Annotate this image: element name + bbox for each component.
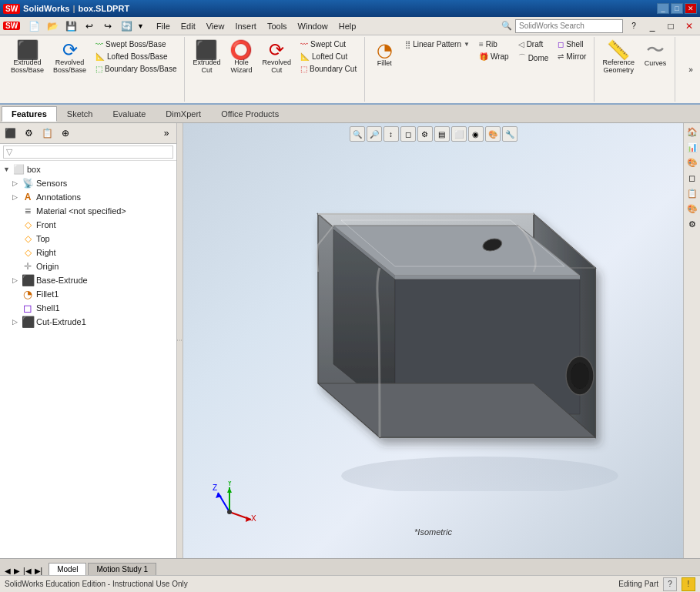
wrap-button[interactable]: 🎁 Wrap xyxy=(476,51,512,62)
close-button[interactable]: ✕ xyxy=(685,3,697,14)
rib-button[interactable]: ≡ Rib xyxy=(476,38,512,50)
lofted-boss-button[interactable]: 📐 Lofted Boss/Base xyxy=(92,51,179,62)
tree-item-cut-extrude1[interactable]: ▷ ⬛ Cut-Extrude1 xyxy=(0,315,176,329)
tree-item-top[interactable]: ◇ Top xyxy=(0,232,176,246)
menu-edit[interactable]: Edit xyxy=(176,20,200,32)
dome-button[interactable]: ⌒ Dome xyxy=(515,51,552,65)
minimize-button[interactable]: _ xyxy=(657,3,669,14)
tab-sketch[interactable]: Sketch xyxy=(57,106,103,121)
save-button[interactable]: 💾 xyxy=(63,18,79,34)
tree-item-origin[interactable]: ✛ Origin xyxy=(0,259,176,273)
feature-manager-panel: ⬛ ⚙ 📋 ⊕ » ▽ ▼ ⬜ box ▷ xyxy=(0,123,177,558)
shell-button[interactable]: ◻ Shell xyxy=(554,38,589,50)
swept-cut-button[interactable]: 〰 Swept Cut xyxy=(297,38,360,50)
zoom-in-btn[interactable]: 🔎 xyxy=(367,126,382,142)
standard-views-btn[interactable]: ◻ xyxy=(400,126,416,142)
panel-resize-handle[interactable]: ⋮ xyxy=(177,123,183,558)
configuration-manager-btn[interactable]: 📋 xyxy=(39,125,55,142)
extruded-cut-button[interactable]: ⬛ ExtrudedCut xyxy=(189,38,223,77)
search-input[interactable] xyxy=(515,19,623,33)
custom-props-btn[interactable]: 📋 xyxy=(685,186,699,200)
ribbon-col-feat2: ≡ Rib 🎁 Wrap xyxy=(476,38,512,62)
redo-button[interactable]: ↪ xyxy=(100,18,116,34)
revolved-boss-button[interactable]: ⟳ RevolvedBoss/Base xyxy=(50,38,89,77)
tree-label-top: Top xyxy=(36,234,50,243)
tree-item-sensors[interactable]: ▷ 📡 Sensors xyxy=(0,176,176,190)
maximize-button[interactable]: □ xyxy=(671,3,683,14)
dim-xpert-manager-btn[interactable]: ⊕ xyxy=(57,125,74,142)
help-button[interactable]: ? xyxy=(626,18,641,34)
boundary-boss-button[interactable]: ⬚ Boundary Boss/Base xyxy=(92,63,179,75)
property-manager-btn[interactable]: ⚙ xyxy=(20,125,37,142)
menu-file[interactable]: File xyxy=(152,20,175,32)
nav-right-btn[interactable]: ▶ xyxy=(12,567,22,575)
window-close[interactable]: ✕ xyxy=(682,18,697,34)
model-tab[interactable]: Model xyxy=(49,563,86,575)
settings-btn[interactable]: ⚙ xyxy=(685,217,699,231)
rotate-btn[interactable]: ↕ xyxy=(383,126,399,142)
view-palette-btn[interactable]: 🏠 xyxy=(685,125,699,139)
menu-tools[interactable]: Tools xyxy=(263,20,292,32)
swept-boss-button[interactable]: 〰 Swept Boss/Base xyxy=(92,38,179,50)
linear-pattern-button[interactable]: ⣿ Linear Pattern ▼ xyxy=(402,38,473,50)
panel-expand-btn[interactable]: » xyxy=(158,125,175,142)
tree-item-front[interactable]: ◇ Front xyxy=(0,218,176,232)
section-view-btn[interactable]: ◉ xyxy=(468,126,484,142)
material-icon: ≡ xyxy=(22,205,34,217)
tree-item-right[interactable]: ◇ Right xyxy=(0,246,176,259)
dropdown-arrow[interactable]: ▼ xyxy=(137,22,144,30)
notification-btn[interactable]: ! xyxy=(682,577,695,591)
open-button[interactable]: 📂 xyxy=(45,18,60,34)
ribbon-expand-button[interactable]: » xyxy=(685,63,697,76)
extruded-boss-button[interactable]: ⬛ ExtrudedBoss/Base xyxy=(8,38,47,77)
mirror-button[interactable]: ⇌ Mirror xyxy=(554,51,589,62)
tab-evaluate[interactable]: Evaluate xyxy=(103,106,156,121)
curves-button[interactable]: 〜 Curves xyxy=(641,38,670,69)
boundary-cut-button[interactable]: ⬚ Boundary Cut xyxy=(297,63,360,75)
nav-last-btn[interactable]: ▶| xyxy=(33,567,45,575)
tab-office[interactable]: Office Products xyxy=(211,106,289,121)
reference-geometry-button[interactable]: 📏 ReferenceGeometry xyxy=(599,38,638,77)
new-button[interactable]: 📄 xyxy=(26,18,42,34)
feature-manager-btn[interactable]: ⬛ xyxy=(2,125,18,142)
help-status-btn[interactable]: ? xyxy=(663,577,677,591)
nav-left-btn[interactable]: ◀ xyxy=(3,567,12,575)
menu-view[interactable]: View xyxy=(202,20,229,32)
tree-item-fillet1[interactable]: ◔ Fillet1 xyxy=(0,287,176,301)
view-options-btn[interactable]: 🔧 xyxy=(502,126,517,142)
tree-item-material[interactable]: ≡ Material <not specified> xyxy=(0,204,176,218)
window-max[interactable]: □ xyxy=(663,18,678,34)
menu-window[interactable]: Window xyxy=(293,20,333,32)
viewport-toolbar: 🔍 🔎 ↕ ◻ ⚙ ▤ ⬜ ◉ 🎨 🔧 xyxy=(350,126,517,142)
appearance-btn2[interactable]: 📊 xyxy=(685,140,699,154)
scene-btn[interactable]: 🎨 xyxy=(685,156,699,169)
fillet-button[interactable]: ◔ Fillet xyxy=(370,38,399,69)
zoom-to-fit-btn[interactable]: 🔍 xyxy=(350,126,365,142)
color-btn[interactable]: 🎨 xyxy=(685,202,699,216)
window-min[interactable]: _ xyxy=(645,18,660,34)
motion-study-tab[interactable]: Motion Study 1 xyxy=(88,563,156,575)
hide-show-btn[interactable]: ⬜ xyxy=(451,126,467,142)
undo-button[interactable]: ↩ xyxy=(82,18,97,34)
mirror-label: Mirror xyxy=(566,52,586,61)
tree-item-annotations[interactable]: ▷ A Annotations xyxy=(0,190,176,204)
hole-wizard-button[interactable]: ⭕ HoleWizard xyxy=(226,38,256,77)
revolved-cut-button[interactable]: ⟳ RevolvedCut xyxy=(259,38,294,77)
tab-dimxpert[interactable]: DimXpert xyxy=(156,106,211,121)
3d-viewport[interactable]: 🔍 🔎 ↕ ◻ ⚙ ▤ ⬜ ◉ 🎨 🔧 xyxy=(183,123,683,558)
rebuild-button[interactable]: 🔄 xyxy=(119,18,134,34)
nav-first-btn[interactable]: |◀ xyxy=(22,567,33,575)
filter-input[interactable] xyxy=(12,148,170,156)
display-style-btn[interactable]: ▤ xyxy=(434,126,450,142)
draft-button[interactable]: ◁ Draft xyxy=(515,38,552,50)
decals-btn[interactable]: ◻ xyxy=(685,171,699,185)
menu-insert[interactable]: Insert xyxy=(230,20,261,32)
appearance-btn[interactable]: 🎨 xyxy=(485,126,501,142)
tab-features[interactable]: Features xyxy=(2,106,57,122)
lofted-cut-button[interactable]: 📐 Lofted Cut xyxy=(297,51,360,62)
tree-item-shell1[interactable]: ◻ Shell1 xyxy=(0,301,176,315)
tree-item-box[interactable]: ▼ ⬜ box xyxy=(0,162,176,176)
view-settings-btn[interactable]: ⚙ xyxy=(417,126,433,142)
menu-help[interactable]: Help xyxy=(334,20,361,32)
tree-item-base-extrude[interactable]: ▷ ⬛ Base-Extrude xyxy=(0,273,176,287)
